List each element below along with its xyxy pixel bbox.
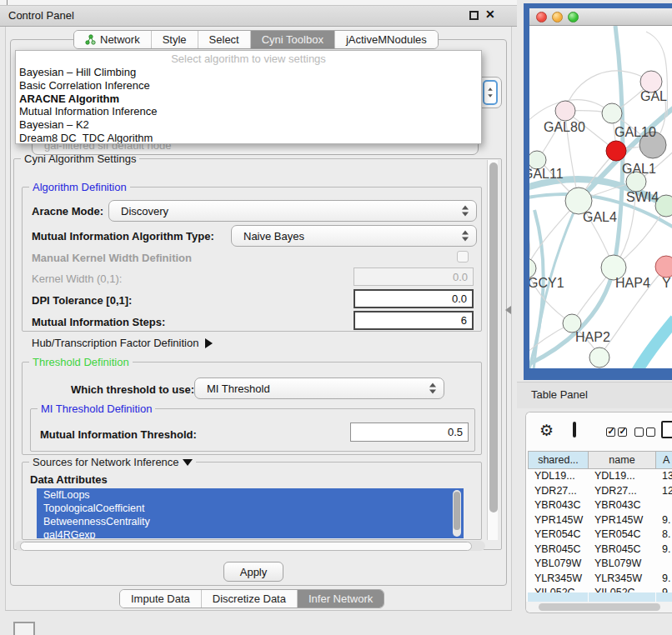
- mi-steps-input[interactable]: 6: [354, 311, 474, 330]
- minimized-panel-icon[interactable]: [13, 622, 35, 635]
- table-rows[interactable]: YDL19... YDL19... 13 YDR27... YDR27... 1…: [526, 469, 672, 592]
- which-threshold-combo[interactable]: MI Threshold: [194, 378, 444, 399]
- threshold-definition-title: Threshold Definition: [29, 356, 133, 368]
- which-threshold-value: MI Threshold: [207, 382, 270, 395]
- network-graph: GAL GAL80 GAL10 GAL1 GAL11 SWI4 GAL4 GCY…: [529, 26, 672, 368]
- tab-cyni-toolbox[interactable]: Cyni Toolbox: [251, 31, 335, 48]
- column-header-name[interactable]: name: [588, 451, 656, 469]
- tab-infer-network[interactable]: Infer Network: [298, 590, 384, 608]
- control-panel-tabs: Network Style Select Cyni Toolbox jActiv…: [73, 30, 439, 49]
- minimize-traffic-light-icon[interactable]: [552, 12, 563, 22]
- popup-item-dream8[interactable]: Dream8 DC_TDC Algorithm: [16, 132, 481, 144]
- dpi-tolerance-input[interactable]: 0.0: [354, 289, 474, 308]
- collapse-arrow-icon[interactable]: [183, 459, 193, 466]
- unchecked-box-icon: [646, 428, 655, 437]
- columns-icon[interactable]: [573, 422, 576, 438]
- aracne-mode-value: Discovery: [121, 205, 168, 218]
- data-attributes-list[interactable]: SelfLoops TopologicalCoefficient Between…: [37, 488, 464, 538]
- popup-placeholder: Select algorithm to view settings: [16, 51, 481, 66]
- unchecked-box-icon: [634, 428, 644, 437]
- tab-impute-data[interactable]: Impute Data: [120, 590, 202, 608]
- column-header-third[interactable]: A: [655, 451, 672, 469]
- mi-type-combo[interactable]: Naive Bayes: [231, 225, 477, 247]
- settings-vertical-scrollbar-thumb[interactable]: [489, 162, 498, 512]
- sources-title-row: Sources for Network Inference: [29, 456, 196, 468]
- control-panel-title: Control Panel: [8, 9, 74, 22]
- dpi-tolerance-label: DPI Tolerance [0,1]:: [32, 294, 132, 307]
- node-bottom: [589, 348, 609, 368]
- tab-infer-network-label: Infer Network: [308, 592, 373, 605]
- popup-item-mutual-information[interactable]: Mutual Information Inference: [16, 105, 481, 118]
- combo-arrows-icon: [429, 383, 436, 394]
- popup-item-bayesian-k2[interactable]: Bayesian – K2: [16, 118, 481, 132]
- column-header-shared[interactable]: shared...: [528, 451, 589, 469]
- manual-kernel-label: Manual Kernel Width Definition: [32, 252, 192, 264]
- node-gal1: [606, 141, 626, 161]
- document-icon[interactable]: [661, 421, 672, 438]
- popup-item-bayesian-hill-climbing[interactable]: Bayesian – Hill Climbing: [16, 66, 481, 79]
- data-attributes-label: Data Attributes: [30, 473, 108, 486]
- list-item[interactable]: SelfLoops: [37, 488, 464, 502]
- algorithm-definition-title: Algorithm Definition: [29, 181, 130, 193]
- close-icon[interactable]: ✕: [485, 8, 495, 21]
- apply-button-label: Apply: [240, 566, 268, 578]
- manual-kernel-checkbox[interactable]: [457, 251, 469, 262]
- attributes-list-scrollbar-thumb[interactable]: [454, 492, 460, 530]
- deselect-all-icon[interactable]: [634, 427, 655, 439]
- kernel-width-input[interactable]: 0.0: [354, 268, 474, 286]
- control-panel-titlebar: [0, 5, 517, 27]
- mi-steps-label: Mutual Information Steps:: [32, 316, 165, 328]
- list-item[interactable]: gal4RGexp: [37, 528, 464, 538]
- mi-type-label: Mutual Information Algorithm Type:: [32, 230, 214, 242]
- thick-cyan-edge: [634, 319, 672, 368]
- hub-definition-row[interactable]: Hub/Transcription Factor Definition: [32, 337, 213, 349]
- partial-row-cell: [528, 592, 588, 602]
- close-traffic-light-icon[interactable]: [536, 12, 547, 22]
- combo-arrows-icon: [462, 231, 469, 242]
- mi-threshold-input[interactable]: 0.5: [350, 422, 469, 442]
- kernel-width-label: Kernel Width (0,1):: [32, 272, 122, 285]
- table-horizontal-scrollbar[interactable]: [526, 602, 672, 612]
- popup-item-aracne[interactable]: ARACNE Algorithm: [16, 92, 481, 106]
- network-window-titlebar[interactable]: [529, 8, 672, 26]
- hub-definition-label: Hub/Transcription Factor Definition: [32, 337, 198, 349]
- splitter-handle-icon[interactable]: [505, 306, 511, 314]
- combo-arrows-icon: [462, 206, 469, 217]
- inference-algorithm-combo-fragment[interactable]: [480, 77, 502, 108]
- tab-impute-data-label: Impute Data: [131, 592, 190, 605]
- settings-horizontal-scrollbar[interactable]: [15, 541, 485, 551]
- popup-item-basic-correlation[interactable]: Basic Correlation Inference: [16, 79, 481, 92]
- list-item[interactable]: TopologicalCoefficient: [37, 502, 464, 515]
- partial-row-cell: [589, 592, 655, 602]
- network-canvas[interactable]: GAL GAL80 GAL10 GAL1 GAL11 SWI4 GAL4 GCY…: [529, 26, 672, 368]
- dpi-tolerance-value: 0.0: [452, 292, 467, 305]
- apply-button[interactable]: Apply: [223, 562, 283, 582]
- partial-row-cell: [656, 592, 672, 602]
- mi-threshold-label: Mutual Information Threshold:: [40, 428, 197, 441]
- list-item[interactable]: BetweennessCentrality: [37, 515, 464, 528]
- tab-discretize-data[interactable]: Discretize Data: [202, 590, 298, 608]
- tab-select[interactable]: Select: [198, 31, 251, 48]
- node-label: SWI4: [626, 190, 659, 204]
- settings-vertical-scrollbar[interactable]: [487, 160, 498, 540]
- tab-network[interactable]: Network: [74, 31, 152, 48]
- tab-jactivemnodules[interactable]: jActiveMNodules: [335, 31, 438, 48]
- node-y: [655, 256, 672, 278]
- node-label: GAL80: [544, 120, 585, 134]
- table-horizontal-scrollbar-thumb[interactable]: [539, 603, 660, 611]
- gear-icon[interactable]: ⚙: [539, 421, 554, 440]
- tab-network-label: Network: [100, 33, 140, 46]
- settings-horizontal-scrollbar-thumb[interactable]: [20, 542, 472, 551]
- checked-box-icon: [606, 428, 615, 437]
- float-window-icon[interactable]: [469, 11, 479, 20]
- tab-style[interactable]: Style: [152, 31, 198, 48]
- tab-cyni-toolbox-label: Cyni Toolbox: [262, 33, 323, 46]
- zoom-traffic-light-icon[interactable]: [568, 12, 579, 22]
- aracne-mode-combo[interactable]: Discovery: [108, 200, 477, 222]
- select-all-icon[interactable]: [606, 427, 627, 439]
- aracne-mode-label: Aracne Mode:: [32, 205, 103, 218]
- expand-arrow-icon[interactable]: [205, 338, 213, 348]
- attributes-list-scrollbar[interactable]: [453, 490, 461, 537]
- node-gal80: [555, 101, 575, 121]
- kernel-width-value: 0.0: [453, 271, 468, 283]
